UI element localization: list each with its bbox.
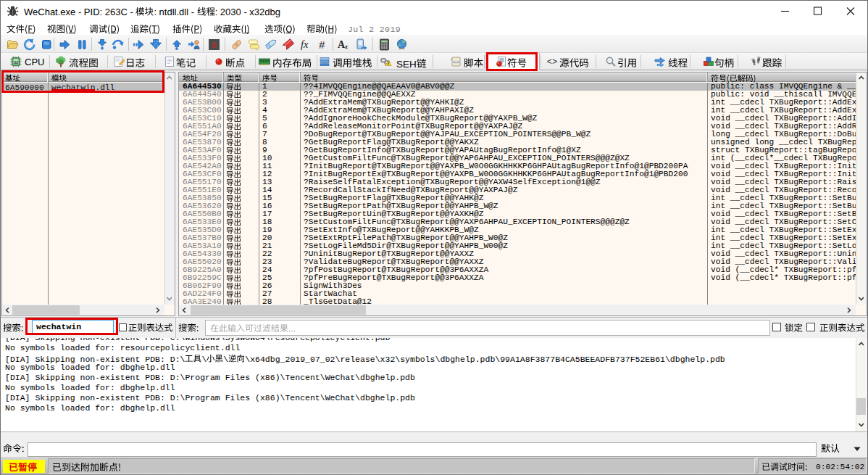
svg-text:<>: <> [547, 57, 557, 67]
svg-text:#: # [319, 39, 325, 51]
svg-text:<>: <> [453, 59, 460, 65]
svg-text:32: 32 [14, 60, 19, 65]
svg-text:S: S [212, 39, 217, 50]
svg-text:z: z [345, 43, 348, 50]
svg-text:fx: fx [301, 38, 309, 50]
